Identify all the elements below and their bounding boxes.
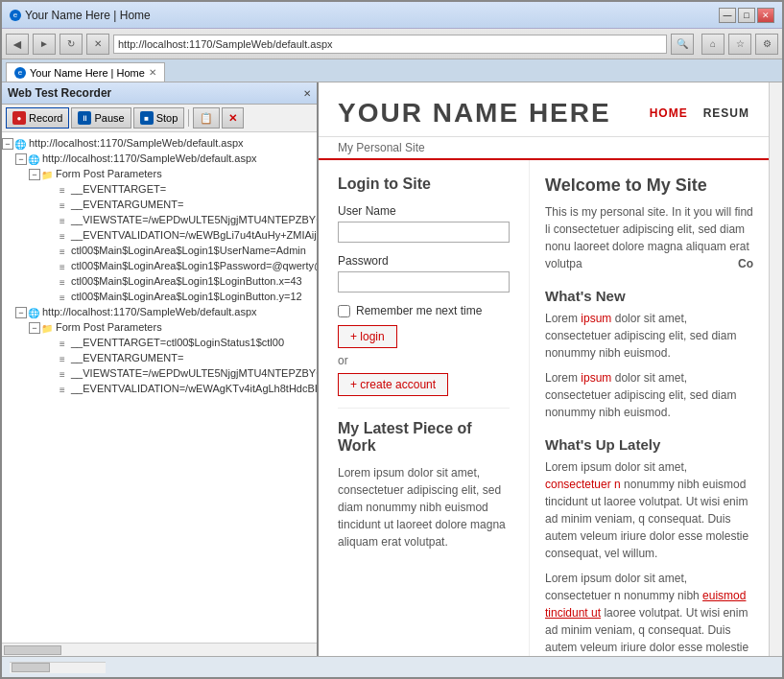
tree-label: Form Post Parameters: [56, 168, 162, 179]
record-icon: ●: [12, 111, 26, 125]
remember-checkbox[interactable]: [338, 305, 350, 317]
copy-button[interactable]: 📋: [193, 107, 220, 129]
delete-button[interactable]: ✕: [222, 107, 244, 129]
tree-label: __EVENTTARGET=ctl00$LoginStatus1$ctl00: [71, 337, 284, 348]
param-icon: ≡: [56, 260, 69, 273]
nav-resume[interactable]: RESUM: [703, 106, 749, 120]
browser-tab[interactable]: e Your Name Here | Home ✕: [6, 62, 165, 82]
login-button[interactable]: + login: [338, 325, 397, 348]
page-icon: 🌐: [13, 137, 27, 151]
bottom-scrollbar[interactable]: [10, 662, 106, 673]
tab-bar: e Your Name Here | Home ✕: [2, 59, 782, 82]
param-icon: ≡: [56, 352, 69, 365]
tree-label: __EVENTVALIDATION=/wEWBgLi7u4tAuHy+ZMIAi…: [71, 229, 317, 241]
tree-item: ≡__EVENTTARGET=ctl00$LoginStatus1$ctl00: [2, 336, 317, 351]
create-account-button[interactable]: + create account: [338, 373, 448, 396]
tree-item: ≡__VIEWSTATE=/wEPDwULTE5NjgjMTU4NTEPZBYC…: [2, 213, 317, 228]
remember-row: Remember me next time: [338, 304, 510, 317]
site-title: YOUR NAME HERE: [338, 98, 611, 129]
tree-panel[interactable]: −🌐http://localhost:1170/SampleWeb/defaul…: [2, 132, 317, 643]
username-label: User Name: [338, 204, 510, 218]
remember-label: Remember me next time: [356, 304, 482, 317]
window-title: Your Name Here | Home: [25, 9, 151, 22]
pause-button[interactable]: ⏸ Pause: [71, 107, 131, 129]
panel-header: Web Test Recorder ✕: [2, 82, 317, 105]
maximize-button[interactable]: □: [738, 8, 755, 23]
toolbar-separator: [188, 109, 189, 127]
whats-up-item-1: Lorem ipsum dolor sit amet, consectetuer…: [545, 458, 753, 562]
param-icon: ≡: [56, 383, 69, 396]
website-panel[interactable]: YOUR NAME HERE HOME RESUM My Personal Si…: [319, 82, 769, 656]
site-content: Login to Site User Name Password Remembe…: [319, 160, 769, 656]
title-bar-left: e Your Name Here | Home: [10, 9, 151, 22]
favorites-icon[interactable]: ☆: [728, 34, 751, 55]
toolbar-icons: ⌂ ☆ ⚙: [701, 34, 778, 55]
forward-button[interactable]: ►: [33, 34, 56, 55]
stop-button[interactable]: ✕: [86, 34, 109, 55]
recorder-panel: Web Test Recorder ✕ ● Record ⏸ Pause ■ S…: [2, 82, 319, 656]
tree-label: http://localhost:1170/SampleWeb/default.…: [29, 137, 244, 149]
stop-button-recorder[interactable]: ■ Stop: [133, 107, 185, 129]
co-label: Co: [738, 255, 753, 272]
nav-home[interactable]: HOME: [650, 106, 688, 120]
tree-item: −📁Form Post Parameters: [2, 167, 317, 182]
tree-label: __EVENTARGUMENT=: [71, 199, 183, 210]
stop-label: Stop: [156, 112, 178, 124]
panel-close-button[interactable]: ✕: [303, 88, 311, 99]
tree-label: ctl00$Main$LoginArea$Login1$Password=@qw…: [71, 260, 317, 271]
settings-icon[interactable]: ⚙: [755, 34, 778, 55]
page-icon: 🌐: [27, 306, 40, 319]
record-button[interactable]: ● Record: [6, 107, 69, 129]
username-input[interactable]: [338, 222, 510, 243]
tree-toggle[interactable]: −: [15, 153, 27, 165]
whats-up-item-2: Lorem ipsum dolor sit amet, consectetuer…: [545, 570, 753, 656]
vertical-scrollbar[interactable]: [769, 82, 782, 656]
highlight-2: ipsum: [581, 371, 611, 385]
tree-label: __EVENTTARGET=: [71, 183, 166, 195]
horizontal-scrollbar[interactable]: [2, 643, 317, 656]
tree-item: ≡ctl00$Main$LoginArea$Login1$LoginButton…: [2, 290, 317, 305]
pause-icon: ⏸: [78, 111, 91, 125]
tree-label: __VIEWSTATE=/wEPDwULTE5NjgjMTU4NTEPZBYCl: [71, 367, 317, 379]
address-input[interactable]: [113, 35, 667, 54]
search-button[interactable]: 🔍: [671, 34, 694, 55]
whats-up-title: What's Up Lately: [545, 436, 753, 453]
section-divider: [338, 408, 510, 409]
tree-toggle[interactable]: −: [15, 307, 27, 318]
tree-label: __EVENTVALIDATION=/wEWAgKTv4itAgLh8tHdcB…: [71, 383, 317, 394]
minimize-button[interactable]: —: [719, 8, 736, 23]
param-icon: ≡: [56, 275, 69, 289]
param-icon: ≡: [56, 229, 69, 243]
tree-item: ≡__EVENTVALIDATION=/wEWAgKTv4itAgLh8tHdc…: [2, 382, 317, 397]
welcome-body: This is my personal site. In it you will…: [545, 203, 753, 272]
tab-close-button[interactable]: ✕: [149, 67, 156, 78]
home-icon[interactable]: ⌂: [701, 34, 725, 55]
or-text: or: [338, 354, 510, 367]
browser-window: e Your Name Here | Home — □ ✕ ◄ ► ↻ ✕ 🔍 …: [0, 0, 784, 679]
tree-item: ≡ctl00$Main$LoginArea$Login1$LoginButton…: [2, 274, 317, 290]
pause-label: Pause: [94, 112, 124, 124]
tree-label: ctl00$Main$LoginArea$Login1$UserName=Adm…: [71, 245, 306, 256]
folder-icon: 📁: [40, 168, 54, 181]
whats-new-item-1: Lorem ipsum dolor sit amet, consectetuer…: [545, 310, 753, 362]
panel-title: Web Test Recorder: [8, 86, 111, 100]
tree-toggle[interactable]: −: [29, 322, 40, 334]
tree-item: ≡__VIEWSTATE=/wEPDwULTE5NjgjMTU4NTEPZBYC…: [2, 366, 317, 382]
password-input[interactable]: [338, 271, 510, 293]
tree-item: ≡ctl00$Main$LoginArea$Login1$UserName=Ad…: [2, 244, 317, 259]
address-bar: ◄ ► ↻ ✕ 🔍 ⌂ ☆ ⚙: [2, 29, 782, 59]
param-icon: ≡: [56, 291, 69, 304]
site-nav: HOME RESUM: [650, 106, 749, 120]
param-icon: ≡: [56, 199, 69, 212]
status-bar: [2, 656, 782, 677]
tree-item: −🌐http://localhost:1170/SampleWeb/defaul…: [2, 305, 317, 320]
close-button[interactable]: ✕: [757, 8, 774, 23]
back-button[interactable]: ◄: [6, 34, 29, 55]
tree-toggle[interactable]: −: [29, 169, 40, 180]
refresh-button[interactable]: ↻: [59, 34, 83, 55]
tree-toggle[interactable]: −: [2, 138, 13, 150]
tab-icon: e: [14, 67, 26, 79]
page-icon: 🌐: [27, 152, 40, 166]
password-label: Password: [338, 254, 510, 268]
panel-toolbar: ● Record ⏸ Pause ■ Stop 📋 ✕: [2, 105, 317, 132]
